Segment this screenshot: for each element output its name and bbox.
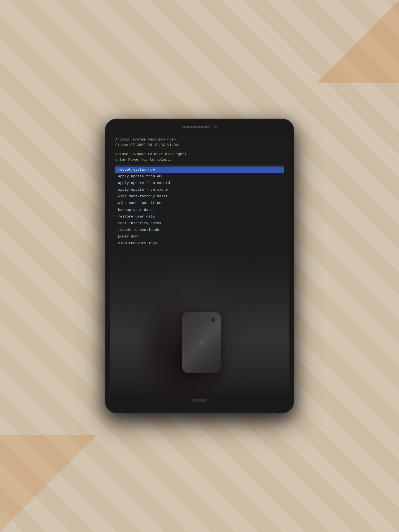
menu-item[interactable]: apply update from cache (115, 186, 284, 193)
recovery-title-line1: Android system recovery <3e> (115, 137, 284, 142)
instruction-line2: enter Power key to select. (115, 157, 284, 163)
recovery-instructions: Volume up/down to move highlight; enter … (115, 152, 284, 162)
recovery-area: Android system recovery <3e> Ginzzu-GT-X… (110, 132, 289, 252)
recovery-title-line2: Ginzzu-GT-X853-RU.1G.8G.V1.00 (115, 142, 284, 148)
recovery-menu[interactable]: reboot system nowapply update from ADBap… (115, 167, 284, 247)
menu-item[interactable]: wipe data/factory reset (115, 193, 284, 200)
menu-item[interactable]: power down (115, 233, 284, 240)
front-camera (214, 126, 217, 128)
menu-item[interactable]: restore user data (115, 213, 284, 220)
phone-camera-lens (210, 317, 216, 323)
menu-item[interactable]: root integrity check (115, 220, 284, 227)
phone-reflection (182, 312, 221, 373)
divider-bottom (115, 248, 284, 248)
tablet-device: Android system recovery <3e> Ginzzu-GT-X… (105, 119, 294, 413)
menu-item[interactable]: wipe cache partition (115, 200, 284, 206)
tablet-screen: Android system recovery <3e> Ginzzu-GT-X… (110, 132, 289, 395)
phone-logo-icon (196, 337, 206, 347)
menu-item[interactable]: view recovery logs (115, 240, 284, 247)
recovery-header: Android system recovery <3e> Ginzzu-GT-X… (115, 137, 284, 148)
tablet-bottom-bar (109, 397, 290, 403)
menu-item[interactable]: reboot to bootloader (115, 227, 284, 233)
menu-item[interactable]: backup user data (115, 207, 284, 213)
menu-item[interactable]: apply update from sdcard (115, 180, 284, 186)
tablet-top-bar (109, 124, 290, 130)
divider-top (115, 165, 284, 165)
home-button[interactable] (193, 399, 206, 401)
menu-item[interactable]: reboot system now (115, 167, 284, 173)
speaker-grille (182, 126, 210, 128)
screen-lower-reflection (110, 252, 289, 395)
menu-item[interactable]: apply update from ADB (115, 173, 284, 180)
instruction-line1: Volume up/down to move highlight; (115, 152, 284, 157)
